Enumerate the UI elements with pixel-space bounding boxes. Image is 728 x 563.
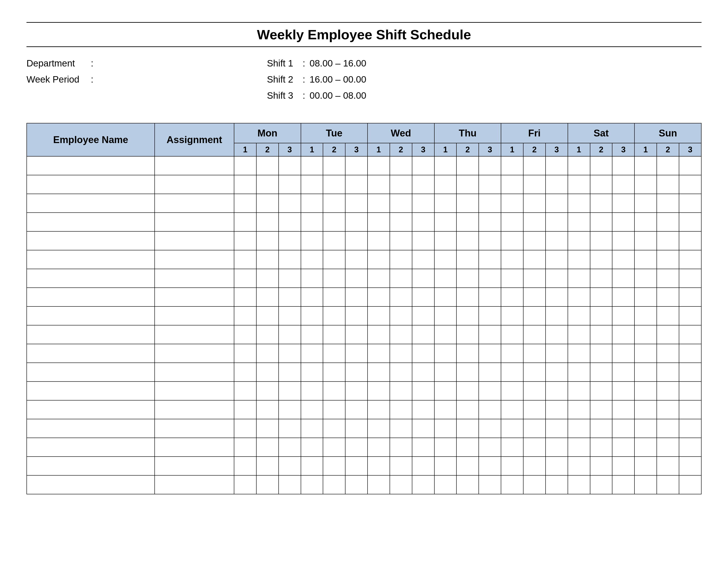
cell-shift[interactable]: [568, 400, 590, 419]
cell-shift[interactable]: [368, 269, 390, 288]
cell-shift[interactable]: [456, 212, 479, 231]
cell-shift[interactable]: [523, 382, 546, 400]
cell-shift[interactable]: [434, 194, 457, 212]
cell-shift[interactable]: [279, 419, 301, 438]
cell-shift[interactable]: [479, 175, 501, 194]
cell-shift[interactable]: [679, 325, 701, 344]
cell-shift[interactable]: [345, 250, 368, 269]
cell-shift[interactable]: [634, 231, 657, 250]
cell-shift[interactable]: [323, 288, 345, 307]
cell-shift[interactable]: [679, 231, 701, 250]
cell-shift[interactable]: [590, 363, 612, 382]
cell-shift[interactable]: [568, 438, 590, 457]
cell-shift[interactable]: [456, 475, 479, 494]
cell-shift[interactable]: [301, 231, 323, 250]
cell-shift[interactable]: [301, 269, 323, 288]
cell-shift[interactable]: [456, 457, 479, 475]
cell-shift[interactable]: [434, 250, 457, 269]
cell-shift[interactable]: [301, 400, 323, 419]
cell-shift[interactable]: [412, 231, 434, 250]
cell-shift[interactable]: [679, 438, 701, 457]
cell-shift[interactable]: [657, 363, 679, 382]
cell-shift[interactable]: [634, 344, 657, 363]
cell-shift[interactable]: [301, 382, 323, 400]
cell-shift[interactable]: [568, 325, 590, 344]
cell-shift[interactable]: [301, 363, 323, 382]
cell-shift[interactable]: [345, 363, 368, 382]
cell-assignment[interactable]: [155, 212, 234, 231]
cell-assignment[interactable]: [155, 382, 234, 400]
cell-shift[interactable]: [612, 438, 634, 457]
cell-shift[interactable]: [279, 475, 301, 494]
cell-shift[interactable]: [279, 269, 301, 288]
cell-shift[interactable]: [546, 194, 568, 212]
cell-shift[interactable]: [523, 175, 546, 194]
cell-employee-name[interactable]: [27, 175, 155, 194]
cell-shift[interactable]: [657, 475, 679, 494]
cell-shift[interactable]: [234, 419, 256, 438]
cell-shift[interactable]: [501, 344, 523, 363]
cell-shift[interactable]: [345, 307, 368, 325]
cell-shift[interactable]: [590, 156, 612, 175]
cell-shift[interactable]: [279, 212, 301, 231]
cell-shift[interactable]: [279, 325, 301, 344]
cell-shift[interactable]: [345, 231, 368, 250]
cell-shift[interactable]: [523, 419, 546, 438]
cell-shift[interactable]: [279, 363, 301, 382]
cell-shift[interactable]: [323, 457, 345, 475]
cell-shift[interactable]: [612, 156, 634, 175]
cell-shift[interactable]: [345, 400, 368, 419]
cell-shift[interactable]: [479, 212, 501, 231]
cell-shift[interactable]: [323, 250, 345, 269]
cell-shift[interactable]: [634, 325, 657, 344]
cell-shift[interactable]: [345, 175, 368, 194]
cell-shift[interactable]: [546, 212, 568, 231]
cell-assignment[interactable]: [155, 325, 234, 344]
cell-shift[interactable]: [634, 269, 657, 288]
cell-shift[interactable]: [546, 156, 568, 175]
cell-shift[interactable]: [590, 325, 612, 344]
cell-shift[interactable]: [256, 194, 279, 212]
cell-shift[interactable]: [279, 457, 301, 475]
cell-shift[interactable]: [456, 400, 479, 419]
cell-shift[interactable]: [390, 156, 412, 175]
cell-shift[interactable]: [612, 419, 634, 438]
cell-shift[interactable]: [657, 175, 679, 194]
cell-shift[interactable]: [323, 382, 345, 400]
cell-shift[interactable]: [256, 231, 279, 250]
cell-shift[interactable]: [256, 438, 279, 457]
cell-shift[interactable]: [612, 307, 634, 325]
cell-shift[interactable]: [590, 438, 612, 457]
cell-shift[interactable]: [523, 475, 546, 494]
cell-shift[interactable]: [434, 288, 457, 307]
cell-shift[interactable]: [390, 307, 412, 325]
cell-shift[interactable]: [234, 307, 256, 325]
cell-shift[interactable]: [323, 400, 345, 419]
cell-shift[interactable]: [390, 419, 412, 438]
cell-shift[interactable]: [323, 325, 345, 344]
cell-shift[interactable]: [523, 438, 546, 457]
cell-shift[interactable]: [279, 344, 301, 363]
cell-shift[interactable]: [523, 325, 546, 344]
cell-shift[interactable]: [434, 212, 457, 231]
cell-shift[interactable]: [501, 156, 523, 175]
cell-shift[interactable]: [234, 250, 256, 269]
cell-shift[interactable]: [568, 269, 590, 288]
cell-shift[interactable]: [412, 382, 434, 400]
cell-shift[interactable]: [568, 457, 590, 475]
cell-shift[interactable]: [390, 363, 412, 382]
cell-shift[interactable]: [301, 175, 323, 194]
cell-employee-name[interactable]: [27, 382, 155, 400]
cell-shift[interactable]: [256, 288, 279, 307]
cell-shift[interactable]: [590, 344, 612, 363]
cell-shift[interactable]: [523, 400, 546, 419]
cell-shift[interactable]: [479, 363, 501, 382]
cell-shift[interactable]: [390, 288, 412, 307]
cell-shift[interactable]: [456, 194, 479, 212]
cell-employee-name[interactable]: [27, 400, 155, 419]
cell-shift[interactable]: [256, 212, 279, 231]
cell-shift[interactable]: [657, 344, 679, 363]
cell-shift[interactable]: [679, 400, 701, 419]
cell-shift[interactable]: [634, 400, 657, 419]
cell-shift[interactable]: [323, 194, 345, 212]
